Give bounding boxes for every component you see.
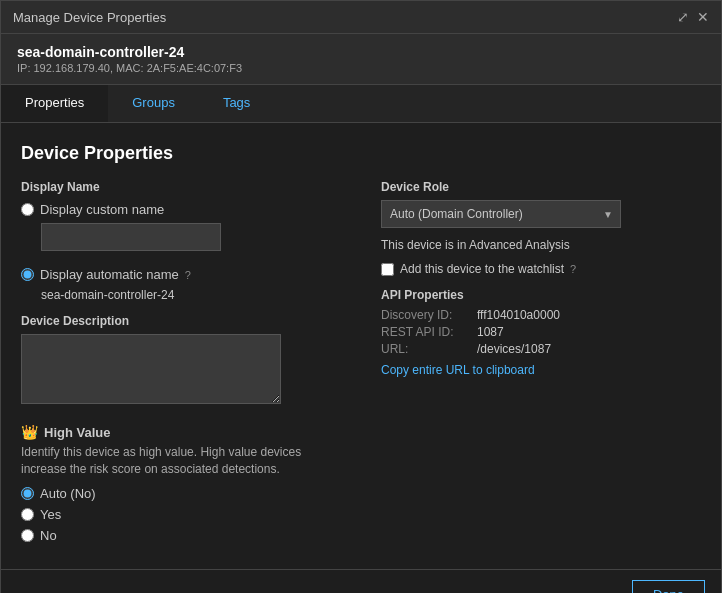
radio-high-value-auto[interactable] — [21, 487, 34, 500]
radio-custom-name-row: Display custom name — [21, 202, 341, 217]
left-column: Display Name Display custom name Display… — [21, 180, 341, 549]
radio-high-value-auto-label[interactable]: Auto (No) — [40, 486, 96, 501]
radio-high-value-yes-label[interactable]: Yes — [40, 507, 61, 522]
high-value-header: 👑 High Value — [21, 424, 341, 440]
tab-properties[interactable]: Properties — [1, 85, 108, 122]
device-info-bar: sea-domain-controller-24 IP: 192.168.179… — [1, 34, 721, 85]
high-value-title: High Value — [44, 425, 110, 440]
done-button[interactable]: Done — [632, 580, 705, 593]
api-url-value: /devices/1087 — [477, 342, 551, 356]
tab-groups[interactable]: Groups — [108, 85, 199, 122]
close-icon[interactable]: ✕ — [697, 9, 709, 25]
modal-title: Manage Device Properties — [13, 10, 166, 25]
watchlist-label[interactable]: Add this device to the watchlist — [400, 262, 564, 276]
tab-tags[interactable]: Tags — [199, 85, 274, 122]
high-value-section: 👑 High Value Identify this device as hig… — [21, 424, 341, 543]
device-name: sea-domain-controller-24 — [17, 44, 705, 60]
right-column: Device Role Auto (Domain Controller) Ser… — [381, 180, 701, 549]
device-description-label: Device Description — [21, 314, 341, 328]
display-name-label: Display Name — [21, 180, 341, 194]
radio-no-row: No — [21, 528, 341, 543]
radio-auto-no-row: Auto (No) — [21, 486, 341, 501]
tabs-bar: Properties Groups Tags — [1, 85, 721, 123]
api-discovery-id-row: Discovery ID: fff104010a0000 — [381, 308, 701, 322]
radio-high-value-no-label[interactable]: No — [40, 528, 57, 543]
api-rest-id-label: REST API ID: — [381, 325, 471, 339]
manage-device-properties-modal: Manage Device Properties ⤢ ✕ sea-domain-… — [0, 0, 722, 593]
api-properties-title: API Properties — [381, 288, 701, 302]
api-rest-id-row: REST API ID: 1087 — [381, 325, 701, 339]
api-rest-id-value: 1087 — [477, 325, 504, 339]
modal-body: Device Properties Display Name Display c… — [1, 123, 721, 569]
device-role-label: Device Role — [381, 180, 701, 194]
api-discovery-id-value: fff104010a0000 — [477, 308, 560, 322]
watchlist-checkbox[interactable] — [381, 263, 394, 276]
page-title: Device Properties — [21, 143, 701, 164]
device-description-textarea[interactable] — [21, 334, 281, 404]
device-meta: IP: 192.168.179.40, MAC: 2A:F5:AE:4C:07:… — [17, 62, 705, 74]
api-discovery-id-label: Discovery ID: — [381, 308, 471, 322]
watchlist-row: Add this device to the watchlist ? — [381, 262, 701, 276]
radio-high-value-no[interactable] — [21, 529, 34, 542]
device-role-select[interactable]: Auto (Domain Controller) Server Workstat… — [381, 200, 621, 228]
high-value-description: Identify this device as high value. High… — [21, 444, 341, 478]
advanced-analysis-text: This device is in Advanced Analysis — [381, 238, 701, 252]
api-url-row: URL: /devices/1087 — [381, 342, 701, 356]
api-url-label: URL: — [381, 342, 471, 356]
expand-icon[interactable]: ⤢ — [677, 9, 689, 25]
device-role-select-wrapper: Auto (Domain Controller) Server Workstat… — [381, 200, 621, 228]
modal-footer: Done — [1, 569, 721, 593]
radio-auto-name-label[interactable]: Display automatic name — [40, 267, 179, 282]
api-properties-section: API Properties Discovery ID: fff104010a0… — [381, 288, 701, 378]
two-col-layout: Display Name Display custom name Display… — [21, 180, 701, 549]
auto-name-value: sea-domain-controller-24 — [41, 288, 341, 302]
crown-icon: 👑 — [21, 424, 38, 440]
watchlist-help-icon[interactable]: ? — [570, 263, 576, 275]
auto-name-help-icon[interactable]: ? — [185, 269, 191, 281]
modal-header-icons: ⤢ ✕ — [677, 9, 709, 25]
radio-auto-name[interactable] — [21, 268, 34, 281]
radio-custom-name[interactable] — [21, 203, 34, 216]
radio-high-value-yes[interactable] — [21, 508, 34, 521]
copy-url-link[interactable]: Copy entire URL to clipboard — [381, 363, 535, 377]
copy-url-row: Copy entire URL to clipboard — [381, 360, 701, 378]
modal-header: Manage Device Properties ⤢ ✕ — [1, 1, 721, 34]
radio-custom-name-label[interactable]: Display custom name — [40, 202, 164, 217]
custom-name-input[interactable] — [41, 223, 221, 251]
radio-auto-name-row: Display automatic name ? — [21, 267, 341, 282]
radio-yes-row: Yes — [21, 507, 341, 522]
